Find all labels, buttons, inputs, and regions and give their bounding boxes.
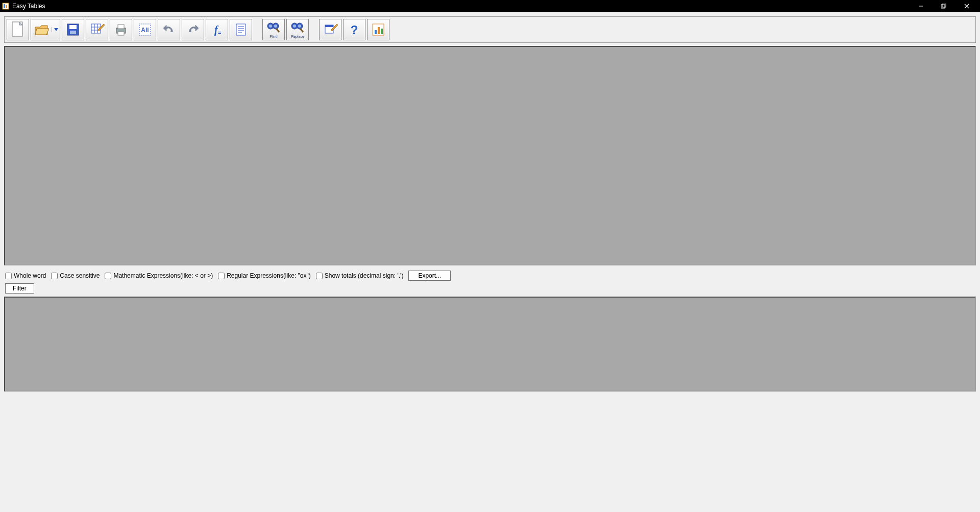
toolbar: All f = — [4, 16, 976, 43]
regex-label: Regular Expressions(like: "ox") — [227, 272, 311, 279]
show-totals-checkbox[interactable]: Show totals (decimal sign: '.') — [316, 272, 404, 279]
save-button[interactable] — [62, 19, 84, 40]
show-totals-label: Show totals (decimal sign: '.') — [325, 272, 404, 279]
edit-table-button[interactable] — [86, 19, 108, 40]
export-button[interactable]: Export... — [408, 271, 451, 281]
select-all-button[interactable]: All — [134, 19, 156, 40]
regex-checkbox[interactable]: Regular Expressions(like: "ox") — [218, 272, 311, 279]
script-button[interactable] — [230, 19, 252, 40]
maximize-button[interactable] — [932, 0, 955, 12]
svg-rect-41 — [296, 26, 298, 27]
minimize-button[interactable] — [909, 0, 932, 12]
app-icon — [2, 3, 9, 10]
svg-point-40 — [298, 25, 301, 28]
svg-text:=: = — [218, 30, 221, 36]
svg-rect-2 — [6, 5, 7, 8]
undo-button[interactable] — [158, 19, 180, 40]
svg-text:?: ? — [351, 23, 358, 37]
options-button[interactable] — [319, 19, 341, 40]
chart-button[interactable] — [367, 19, 389, 40]
svg-rect-12 — [69, 25, 77, 29]
replace-button[interactable]: Replace — [286, 19, 309, 40]
titlebar: Easy Tables — [0, 0, 980, 12]
svg-rect-49 — [381, 29, 383, 34]
svg-rect-44 — [325, 25, 333, 27]
results-data-grid[interactable] — [4, 297, 976, 392]
svg-marker-10 — [54, 28, 58, 31]
math-expressions-label: Mathematic Expressions(like: < or >) — [113, 272, 213, 279]
whole-word-checkbox[interactable]: Whole word — [5, 272, 46, 279]
formula-button[interactable]: f = — [206, 19, 228, 40]
redo-button[interactable] — [182, 19, 204, 40]
svg-rect-1 — [4, 4, 5, 8]
whole-word-label: Whole word — [14, 272, 46, 279]
window-title: Easy Tables — [12, 3, 45, 10]
svg-text:All: All — [141, 27, 149, 34]
math-expressions-checkbox[interactable]: Mathematic Expressions(like: < or >) — [105, 272, 213, 279]
print-button[interactable] — [110, 19, 132, 40]
svg-rect-47 — [375, 30, 377, 34]
close-button[interactable] — [955, 0, 978, 12]
status-bar — [4, 394, 976, 401]
svg-rect-48 — [378, 27, 380, 34]
svg-rect-21 — [118, 32, 124, 35]
filter-button[interactable]: Filter — [5, 283, 34, 294]
new-button[interactable] — [7, 19, 29, 40]
help-button[interactable]: ? — [343, 19, 365, 40]
svg-point-34 — [274, 25, 277, 28]
case-sensitive-label: Case sensitive — [60, 272, 100, 279]
case-sensitive-checkbox[interactable]: Case sensitive — [51, 272, 100, 279]
svg-rect-35 — [272, 26, 274, 27]
svg-rect-20 — [118, 25, 124, 29]
svg-rect-26 — [236, 24, 246, 35]
svg-rect-13 — [70, 31, 76, 34]
filter-options-bar: Whole word Case sensitive Mathematic Exp… — [4, 269, 976, 282]
svg-point-32 — [269, 25, 272, 28]
svg-text:Find: Find — [270, 34, 278, 39]
find-button[interactable]: Find — [262, 19, 285, 40]
svg-rect-4 — [941, 5, 945, 8]
svg-point-38 — [293, 25, 296, 28]
svg-text:Replace: Replace — [291, 35, 304, 39]
open-dropdown[interactable] — [52, 27, 60, 32]
open-button[interactable] — [31, 19, 60, 40]
main-data-grid[interactable] — [4, 46, 976, 265]
svg-rect-5 — [942, 4, 946, 7]
